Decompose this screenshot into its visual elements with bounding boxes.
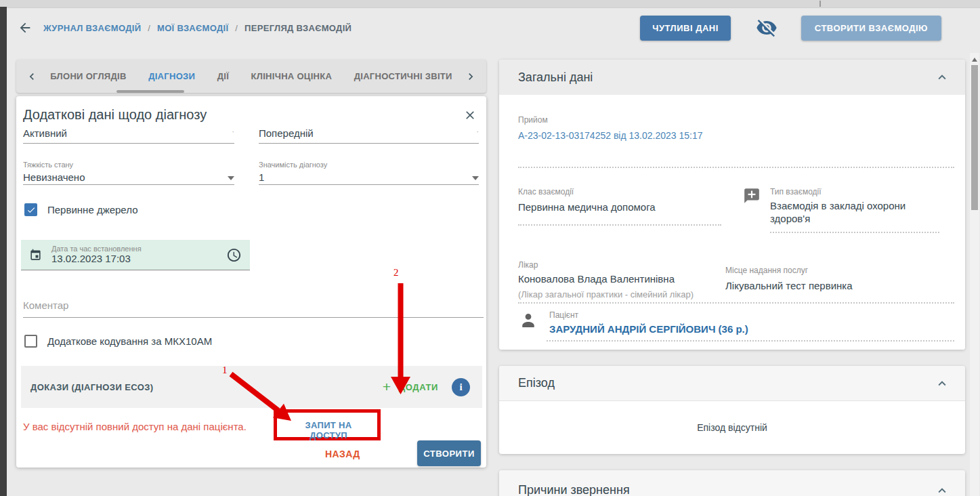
info-icon[interactable]: i xyxy=(452,378,470,396)
place-value: Лікувальний тест первинка xyxy=(725,279,949,292)
window-top-tick xyxy=(819,1,821,7)
chevron-down-icon xyxy=(472,176,479,180)
breadcrumb-current: ПЕРЕГЛЯД ВЗАЄМОДІЙ xyxy=(244,23,351,33)
annotation-step-1: 1 xyxy=(222,365,228,376)
interaction-class-value: Первинна медична допомога xyxy=(518,201,721,213)
access-warning-text: У вас відсутній повний доступ на дані па… xyxy=(23,421,247,432)
tab-diagnostic-reports[interactable]: ДІАГНОСТИЧНІ ЗВІТИ xyxy=(354,71,452,81)
tab-clinical-assessment[interactable]: КЛІНІЧНА ОЦІНКА xyxy=(251,71,333,81)
patient-block: Пацієнт ЗАРУДНИЙ АНДРІЙ СЕРГІЙОВИЧ (36 р… xyxy=(518,310,748,335)
breadcrumb: ЖУРНАЛ ВЗАЄМОДІЙ / МОЇ ВЗАЄМОДІЇ / ПЕРЕГ… xyxy=(43,23,351,33)
tab-review-templates[interactable]: БЛОНИ ОГЛЯДІВ xyxy=(50,71,126,81)
vertical-scrollbar[interactable] xyxy=(970,53,979,496)
create-interaction-button[interactable]: СТВОРИТИ ВЗАЄМОДІЮ xyxy=(801,16,941,41)
scrollbar-thumb[interactable] xyxy=(971,65,978,210)
datetime-field[interactable]: Дата та час встановлення 13.02.2023 17:0… xyxy=(21,240,250,270)
interaction-type-value: Взаємодія в закладі охорони здоров'я xyxy=(770,199,939,225)
scrollbar-up-arrow[interactable] xyxy=(972,58,977,62)
status-field-value: Активний xyxy=(23,127,67,139)
reasons-title: Причини звернення xyxy=(518,483,630,496)
interaction-class-block: Клас взаємодії Первинна медична допомога xyxy=(518,187,721,226)
tabs-scroll-right-button[interactable] xyxy=(463,69,478,84)
doctor-block: Лікар Коновалова Влада Валентинівна (Лік… xyxy=(518,260,721,299)
patient-label: Пацієнт xyxy=(549,310,748,320)
plus-icon: + xyxy=(383,380,391,394)
chevron-down-icon xyxy=(228,176,234,180)
collapse-button[interactable] xyxy=(934,482,950,496)
datetime-value: 13.02.2023 17:03 xyxy=(51,253,226,265)
place-block: Місце надання послуг Лікувальний тест пе… xyxy=(725,266,949,292)
tabs-scroll-left-button[interactable] xyxy=(24,69,39,84)
person-icon xyxy=(518,310,538,335)
arrow-left-icon xyxy=(18,20,33,35)
collapse-button[interactable] xyxy=(934,69,950,85)
annotation-step-2: 2 xyxy=(393,267,399,278)
request-access-link[interactable]: ЗАПИТ НА ДОСТУП xyxy=(289,420,368,440)
previous-field-value: Попередній xyxy=(259,127,314,139)
comment-input[interactable]: Коментар xyxy=(23,299,484,318)
page-header: ЖУРНАЛ ВЗАЄМОДІЙ / МОЇ ВЗАЄМОДІЇ / ПЕРЕГ… xyxy=(16,11,956,45)
severity-label: Тяжкість стану xyxy=(23,161,234,169)
divider xyxy=(518,224,721,226)
general-data-header[interactable]: Загальні дані xyxy=(499,60,965,95)
reasons-card: Причини звернення xyxy=(499,470,965,496)
chevron-up-icon xyxy=(935,376,950,391)
chevron-left-icon xyxy=(25,70,39,83)
rank-label: Значимість діагнозу xyxy=(259,161,479,169)
extra-coding-checkbox[interactable]: Додаткове кодування за МКХ10АМ xyxy=(24,335,212,348)
doctor-role: (Лікар загальної практики - сімейний лік… xyxy=(518,289,721,299)
checkbox-unchecked-icon xyxy=(24,335,37,348)
clock-icon[interactable] xyxy=(226,247,242,263)
divider xyxy=(518,302,954,304)
close-icon xyxy=(463,108,477,122)
chevron-up-icon xyxy=(935,70,950,85)
breadcrumb-my-interactions[interactable]: МОЇ ВЗАЄМОДІЇ xyxy=(157,23,228,33)
general-data-title: Загальні дані xyxy=(518,70,593,85)
reasons-header[interactable]: Причини звернення xyxy=(499,470,965,496)
episode-header[interactable]: Епізод xyxy=(499,366,965,401)
severity-select[interactable]: Тяжкість стану Невизначено xyxy=(23,161,234,185)
checkbox-checked-icon xyxy=(24,203,37,216)
tab-actions[interactable]: ДІЇ xyxy=(217,71,229,81)
previous-field[interactable]: Попередній · xyxy=(259,127,479,144)
admission-label: Прийом xyxy=(518,115,548,125)
collapse-button[interactable] xyxy=(934,375,950,392)
patient-name-link[interactable]: ЗАРУДНИЙ АНДРІЙ СЕРГІЙОВИЧ (36 р.) xyxy=(549,323,748,335)
chevron-right-icon xyxy=(464,70,477,83)
back-button[interactable] xyxy=(16,19,34,37)
details-panel: Загальні дані Прийом А-23-02-13-03174252… xyxy=(499,60,965,496)
tab-diagnoses[interactable]: ДІАГНОЗИ xyxy=(148,71,195,81)
divider xyxy=(518,167,954,168)
active-tab-indicator xyxy=(116,90,184,93)
status-field[interactable]: Активний · xyxy=(23,127,234,144)
sensitive-data-button[interactable]: ЧУТЛИВІ ДАНІ xyxy=(640,16,731,41)
rank-value: 1 xyxy=(259,171,264,184)
back-link-button[interactable]: НАЗАД xyxy=(325,449,360,459)
window-top-strip xyxy=(0,0,980,8)
interaction-type-label: Тип взаємодії xyxy=(770,187,939,197)
datetime-label: Дата та час встановлення xyxy=(51,245,226,253)
primary-source-label: Первинне джерело xyxy=(47,204,137,215)
diagnosis-extra-data-dialog: Додаткові дані щодо діагнозу Активний · … xyxy=(16,96,486,468)
evidence-title: ДОКАЗИ (ДІАГНОЗИ ЕСОЗ) xyxy=(30,382,153,392)
admission-link[interactable]: А-23-02-13-03174252 від 13.02.2023 15:17 xyxy=(518,130,702,141)
toggle-visibility-button[interactable] xyxy=(755,18,778,38)
primary-source-checkbox[interactable]: Первинне джерело xyxy=(24,203,137,216)
severity-value: Невизначено xyxy=(23,171,85,184)
required-marker: · xyxy=(232,127,234,136)
episode-empty-text: Епізод відсутній xyxy=(499,401,965,454)
dialog-close-button[interactable] xyxy=(462,107,478,123)
chevron-up-icon xyxy=(935,483,950,496)
episode-card: Епізод Епізод відсутній xyxy=(499,366,965,454)
dialog-title: Додаткові дані щодо діагнозу xyxy=(23,107,207,123)
interaction-type-block: Тип взаємодії Взаємодія в закладі охорон… xyxy=(743,187,954,233)
divider xyxy=(770,232,939,233)
rank-select[interactable]: Значимість діагнозу 1 xyxy=(259,161,479,185)
doctor-value: Коновалова Влада Валентинівна xyxy=(518,272,721,285)
general-data-card: Загальні дані Прийом А-23-02-13-03174252… xyxy=(499,60,965,350)
extra-coding-label: Додаткове кодування за МКХ10АМ xyxy=(47,335,212,347)
required-marker: · xyxy=(476,127,479,136)
create-button[interactable]: СТВОРИТИ xyxy=(417,440,481,466)
evidence-add-button[interactable]: ДОДАТИ xyxy=(399,382,438,392)
breadcrumb-journal[interactable]: ЖУРНАЛ ВЗАЄМОДІЙ xyxy=(43,23,141,33)
